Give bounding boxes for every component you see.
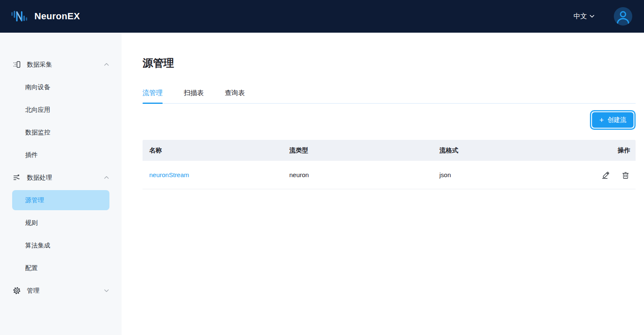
language-label: 中文 [574, 12, 587, 21]
tab-label: 查询表 [225, 89, 245, 96]
user-icon [614, 7, 632, 26]
tab-stream-management[interactable]: 流管理 [143, 89, 163, 103]
stream-name-link[interactable]: neuronStream [149, 171, 189, 178]
tab-query-table[interactable]: 查询表 [225, 89, 245, 103]
sidebar-item-label: 南向设备 [25, 83, 50, 91]
brand-logo[interactable]: NeuronEX [9, 7, 80, 26]
sidebar-item-label: 插件 [25, 151, 38, 159]
column-header-stream-format: 流格式 [439, 147, 585, 155]
language-selector[interactable]: 中文 [574, 12, 595, 21]
main-content: 源管理 流管理 扫描表 查询表 + 创建流 名称 流类型 [122, 33, 644, 335]
data-collection-icon [13, 60, 21, 69]
table-row: neuronStream neuron json [143, 161, 636, 189]
sidebar-item-rules[interactable]: 规则 [12, 211, 109, 234]
sidebar-item-label: 源管理 [25, 196, 44, 204]
sidebar-item-label: 算法集成 [25, 242, 50, 250]
chevron-up-icon [104, 176, 109, 179]
data-processing-icon [13, 173, 21, 182]
sidebar-item-label: 数据监控 [25, 129, 50, 137]
tab-label: 流管理 [143, 89, 163, 96]
sidebar-group-data-collection[interactable]: 数据采集 [0, 53, 122, 76]
user-avatar[interactable] [614, 7, 632, 26]
delete-icon[interactable] [621, 170, 630, 180]
sidebar-item-data-monitoring[interactable]: 数据监控 [12, 121, 109, 144]
column-header-actions: 操作 [585, 147, 636, 155]
stream-format-cell: json [439, 171, 585, 178]
sidebar-item-label: 配置 [25, 264, 38, 272]
brand-name: NeuronEX [34, 11, 80, 22]
column-header-name: 名称 [143, 147, 289, 155]
plus-icon: + [599, 116, 604, 124]
topbar: NeuronEX 中文 [0, 0, 644, 33]
sidebar-group-label: 管理 [27, 287, 39, 295]
create-stream-label: 创建流 [608, 116, 626, 124]
sidebar-item-source-management[interactable]: 源管理 [12, 190, 109, 210]
sidebar-group-label: 数据处理 [27, 174, 52, 182]
streams-table: 名称 流类型 流格式 操作 neuronStream neuron json [143, 140, 636, 189]
chevron-up-icon [104, 63, 109, 66]
table-header-row: 名称 流类型 流格式 操作 [143, 140, 636, 161]
sidebar-item-algorithm-integration[interactable]: 算法集成 [12, 234, 109, 257]
sidebar-item-label: 北向应用 [25, 106, 50, 114]
sidebar-group-data-processing[interactable]: 数据处理 [0, 166, 122, 189]
sidebar: 数据采集 南向设备 北向应用 数据监控 插件 [0, 33, 122, 335]
sidebar-item-southbound-devices[interactable]: 南向设备 [12, 76, 109, 98]
column-header-stream-type: 流类型 [289, 147, 439, 155]
chevron-down-icon [589, 15, 595, 18]
sidebar-group-label: 数据采集 [27, 61, 52, 69]
page-title: 源管理 [143, 56, 636, 70]
gear-icon [13, 286, 21, 295]
sidebar-item-label: 规则 [25, 219, 38, 227]
sidebar-item-plugins[interactable]: 插件 [12, 144, 109, 166]
sidebar-item-northbound-apps[interactable]: 北向应用 [12, 98, 109, 121]
sidebar-item-configuration[interactable]: 配置 [12, 257, 109, 279]
tab-scan-table[interactable]: 扫描表 [184, 89, 204, 103]
neuronex-logo-icon [9, 7, 29, 26]
sidebar-group-management[interactable]: 管理 [0, 279, 122, 302]
tab-label: 扫描表 [184, 89, 204, 96]
chevron-down-icon [104, 289, 109, 292]
toolbar: + 创建流 [143, 110, 636, 130]
tab-bar: 流管理 扫描表 查询表 [143, 89, 636, 104]
stream-type-cell: neuron [289, 171, 439, 178]
create-stream-button-highlight: + 创建流 [590, 110, 636, 130]
edit-icon[interactable] [601, 170, 610, 180]
create-stream-button[interactable]: + 创建流 [592, 112, 634, 128]
